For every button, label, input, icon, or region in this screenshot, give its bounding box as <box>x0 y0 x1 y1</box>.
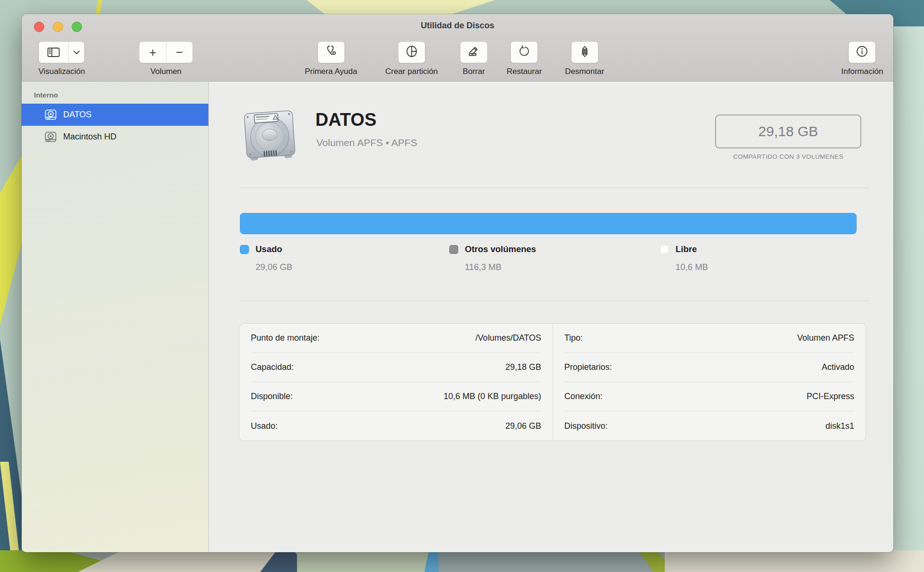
view-label: Visualización <box>39 67 85 76</box>
view-toolbar-group: Visualización <box>39 41 85 76</box>
partition-toolbar-item: Crear partición <box>385 41 438 76</box>
restore-icon <box>518 45 531 60</box>
details-right-column: Tipo: Volumen APFS Propietarios: Activad… <box>553 324 866 441</box>
restore-label: Restaurar <box>507 67 542 76</box>
wallpaper-shape <box>0 155 22 325</box>
wallpaper-shape <box>0 550 924 572</box>
window-toolbar: Utilidad de Discos Visualización <box>22 14 893 82</box>
capacity-badge: 29,18 GB <box>715 114 861 148</box>
partition-label: Crear partición <box>385 67 438 76</box>
restore-toolbar-item: Restaurar <box>507 41 542 76</box>
erase-icon <box>467 45 480 60</box>
sidebar-item-label: Macintosh HD <box>63 132 116 142</box>
chevron-down-icon[interactable] <box>68 42 84 63</box>
sidebar-section-internal: Interno <box>22 88 208 104</box>
usage-bar <box>240 213 857 234</box>
detail-row-mount-point: Punto de montaje: /Volumes/DATOS <box>251 324 541 353</box>
other-volumes-value: 116,3 MB <box>465 262 536 272</box>
divider <box>239 301 869 301</box>
first-aid-toolbar-item: Primera Ayuda <box>305 41 357 76</box>
disk-utility-window: Utilidad de Discos Visualización <box>22 14 893 552</box>
other-volumes-swatch <box>449 245 458 254</box>
detail-row-capacity: Capacidad: 29,18 GB <box>251 353 541 382</box>
partition-icon <box>405 45 418 60</box>
details-left-column: Punto de montaje: /Volumes/DATOS Capacid… <box>239 324 553 441</box>
window-title: Utilidad de Discos <box>22 21 893 31</box>
unmount-icon <box>578 45 591 60</box>
free-value: 10,6 MB <box>676 262 708 272</box>
erase-toolbar-item: Borrar <box>460 41 487 76</box>
volume-toolbar-group: + − Volumen <box>139 41 193 76</box>
detail-row-device: Dispositivo: disk1s1 <box>564 411 854 441</box>
volume-detail-pane: DATOS Volumen APFS • APFS 29,18 GB COMPA… <box>209 82 893 552</box>
wallpaper-shape <box>297 550 438 572</box>
sidebar: Interno DATOS <box>22 82 209 552</box>
unmount-button[interactable] <box>571 41 598 63</box>
info-button[interactable] <box>849 41 876 63</box>
restore-button[interactable] <box>511 41 538 63</box>
detail-row-available: Disponible: 10,6 MB (0 KB purgables) <box>251 382 541 411</box>
free-swatch <box>660 245 669 254</box>
remove-volume-button[interactable]: − <box>166 42 192 63</box>
detail-row-used: Usado: 29,06 GB <box>251 411 541 441</box>
volume-label: Volumen <box>150 67 182 76</box>
info-label: Información <box>842 67 883 76</box>
legend-other-volumes: Otros volúmenes 116,3 MB <box>449 244 536 272</box>
sidebar-layout-icon[interactable] <box>39 42 68 63</box>
hard-drive-icon <box>241 106 298 163</box>
first-aid-label: Primera Ayuda <box>305 67 357 76</box>
wallpaper-shape <box>665 550 924 572</box>
sidebar-item-label: DATOS <box>63 110 91 120</box>
sidebar-item-datos[interactable]: DATOS <box>22 104 208 126</box>
first-aid-button[interactable] <box>317 41 345 63</box>
shared-volumes-note: COMPARTIDO CON 3 VOLÚMENES <box>696 153 880 160</box>
unmount-label: Desmontar <box>565 67 604 76</box>
divider <box>239 188 869 188</box>
detail-row-connection: Conexión: PCI-Express <box>564 382 854 411</box>
legend-used: Usado 29,06 GB <box>240 244 292 272</box>
view-options-button[interactable] <box>39 41 85 63</box>
add-volume-button[interactable]: + <box>140 42 166 63</box>
used-value: 29,06 GB <box>256 262 292 272</box>
volume-subtitle: Volumen APFS • APFS <box>316 137 417 148</box>
used-swatch <box>240 245 249 254</box>
stethoscope-icon <box>324 45 338 60</box>
info-toolbar-item: Información <box>842 41 883 76</box>
legend-free: Libre 10,6 MB <box>660 244 708 272</box>
partition-button[interactable] <box>398 41 425 63</box>
info-icon <box>856 45 868 59</box>
wallpaper-shape <box>438 550 655 572</box>
free-label: Libre <box>676 244 697 254</box>
detail-row-type: Tipo: Volumen APFS <box>564 324 854 353</box>
volume-details-card: Punto de montaje: /Volumes/DATOS Capacid… <box>239 323 866 441</box>
used-label: Usado <box>256 244 282 254</box>
wallpaper-shape <box>891 26 924 572</box>
other-volumes-label: Otros volúmenes <box>465 244 536 254</box>
erase-label: Borrar <box>462 67 485 76</box>
sidebar-item-macintosh-hd[interactable]: Macintosh HD <box>22 126 208 148</box>
erase-button[interactable] <box>460 41 487 63</box>
volume-name: DATOS <box>315 110 377 130</box>
unmount-toolbar-item: Desmontar <box>565 41 604 76</box>
detail-row-owners: Propietarios: Activado <box>564 353 854 382</box>
